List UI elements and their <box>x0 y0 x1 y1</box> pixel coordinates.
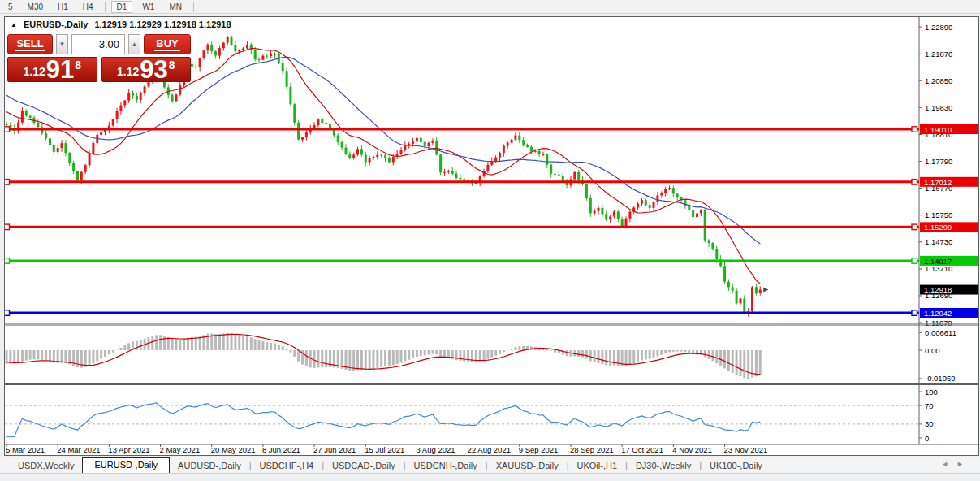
sell-button[interactable]: SELL <box>7 34 53 54</box>
candle-body <box>692 210 694 217</box>
candle-body <box>408 144 410 145</box>
candle-body <box>258 59 261 60</box>
candle-body <box>743 299 745 314</box>
candle-body <box>89 154 91 165</box>
candle-body <box>373 157 375 158</box>
candle-body <box>68 153 71 163</box>
tab-scroll-left-icon[interactable]: ◄ <box>941 460 956 468</box>
chart-tab-ukoil-h1[interactable]: UKOil-,H1 <box>569 459 626 473</box>
hline-left-handle[interactable] <box>5 310 10 316</box>
tab-scroll-arrows[interactable]: ◄► <box>941 460 972 468</box>
candle-body <box>333 130 335 136</box>
sell-price-tile[interactable]: 1.12 91 8 <box>7 57 97 82</box>
timeframe-button-h1[interactable]: H1 <box>53 2 73 12</box>
price-axis-tick-label: 1.20850 <box>925 76 952 85</box>
hline-1.15299[interactable] <box>5 224 919 230</box>
hline-right-handle[interactable] <box>912 127 917 132</box>
candle-body <box>242 48 244 50</box>
buy-button[interactable]: BUY <box>144 34 191 54</box>
candle-body <box>380 155 382 156</box>
candle-body <box>653 202 655 208</box>
price-tag-value: 1.12042 <box>924 309 952 318</box>
volume-input[interactable] <box>71 34 125 54</box>
chart-tab-eurusd-daily[interactable]: EURUSD-,Daily <box>82 457 170 473</box>
candle-body <box>100 132 102 135</box>
timeframe-toolbar: 5M30H1H4D1W1MN <box>0 0 980 14</box>
sell-price-big: 91 <box>46 59 74 80</box>
hline-left-handle[interactable] <box>5 127 10 132</box>
chart-tab-usdcad-daily[interactable]: USDCAD-,Daily <box>324 459 404 473</box>
candle-body <box>356 149 359 154</box>
candle-body <box>546 154 548 165</box>
timeframe-button-h4[interactable]: H4 <box>78 2 98 12</box>
hline-1.17012[interactable] <box>5 180 919 185</box>
candle-body <box>144 87 146 94</box>
candle-body <box>119 106 122 111</box>
candle-body <box>227 37 229 42</box>
candle-body <box>376 155 378 157</box>
timeframe-button-mn[interactable]: MN <box>164 2 187 12</box>
buy-price-sup: 8 <box>169 58 175 72</box>
price-tag-value: 1.15299 <box>924 223 952 232</box>
timeframe-button-d1[interactable]: D1 <box>111 1 133 13</box>
candle-body <box>140 93 142 100</box>
spinner-down-icon: ▼ <box>59 41 66 48</box>
collapse-icon[interactable]: ▲ <box>11 21 17 28</box>
hline-right-handle[interactable] <box>912 180 917 185</box>
candle-body <box>562 176 564 181</box>
timeframe-button-5[interactable]: 5 <box>3 2 18 12</box>
candle-body <box>660 193 663 196</box>
hline-1.12042[interactable] <box>5 310 919 316</box>
timeframe-button-w1[interactable]: W1 <box>137 2 159 12</box>
hline-left-handle[interactable] <box>5 224 10 230</box>
candle-body <box>530 147 533 152</box>
candle-body <box>352 154 355 158</box>
candle-body <box>736 291 738 304</box>
price-tag-1.19010: 1.19010 <box>920 124 978 134</box>
candle-body <box>676 193 679 197</box>
candle-body <box>637 204 639 208</box>
candle-body <box>231 37 233 45</box>
candle-body <box>61 143 63 148</box>
candle-body <box>542 154 545 155</box>
candle-body <box>609 217 611 220</box>
date-axis-label: 13 Apr 2021 <box>108 445 149 454</box>
hline-left-handle[interactable] <box>5 258 10 264</box>
candle-body <box>57 148 59 152</box>
hline-1.14017[interactable] <box>5 258 919 264</box>
chart-tab-audusd-daily[interactable]: AUDUSD-,Daily <box>170 459 249 473</box>
volume-increase-button[interactable]: ▲ <box>128 34 140 54</box>
hline-right-handle[interactable] <box>912 258 917 264</box>
chart-tab-xauusd-daily[interactable]: XAUUSD-,Daily <box>488 459 567 473</box>
candle-body <box>199 58 201 67</box>
candle-body <box>459 178 461 179</box>
chart-tab-usdchf-h4[interactable]: USDCHF-,H4 <box>252 459 322 473</box>
chart-tab-dj30-weekly[interactable]: DJ30-,Weekly <box>628 459 699 473</box>
candle-body <box>345 148 348 154</box>
candle-body <box>37 123 39 127</box>
hline-right-handle[interactable] <box>912 310 917 316</box>
tab-scroll-right-icon[interactable]: ► <box>956 460 972 468</box>
hline-right-handle[interactable] <box>912 224 917 230</box>
chart-tab-uk100-daily[interactable]: UK100-,Daily <box>702 459 771 473</box>
timeframe-button-m30[interactable]: M30 <box>23 2 48 12</box>
candle-body <box>668 188 671 188</box>
macd-axis-label: -0.01059 <box>925 374 956 383</box>
candle-body <box>447 171 450 172</box>
toolbar-separator <box>105 2 106 12</box>
candle-body <box>175 94 178 101</box>
candle-body <box>522 140 525 145</box>
buy-price-tile[interactable]: 1.12 93 8 <box>101 57 192 82</box>
price-axis-tick-label: 1.13710 <box>925 264 952 273</box>
chart-tab-usdcnh-daily[interactable]: USDCNH-,Daily <box>406 459 486 473</box>
ma-slow-line <box>6 57 760 244</box>
candle-body <box>443 172 446 173</box>
candle-body <box>191 64 193 67</box>
candle-body <box>416 138 418 142</box>
hline-left-handle[interactable] <box>5 180 10 185</box>
date-axis-label: 8 Jun 2021 <box>262 445 300 454</box>
chart-tab-usdx-weekly[interactable]: USDX,Weekly <box>10 459 82 473</box>
volume-decrease-button[interactable]: ▼ <box>56 34 68 54</box>
candle-body <box>80 172 83 181</box>
hline-1.19010[interactable] <box>5 127 919 132</box>
